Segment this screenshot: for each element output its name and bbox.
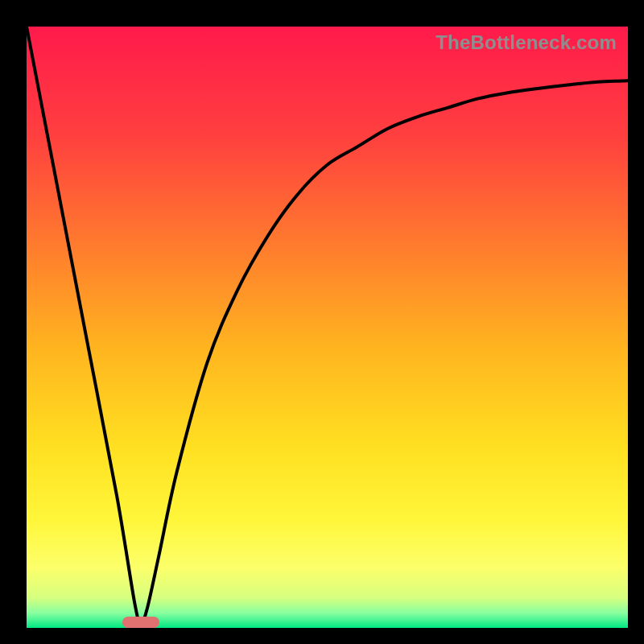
plot-area: TheBottleneck.com [27,27,628,628]
chart-frame: TheBottleneck.com [0,0,644,644]
optimal-marker [122,617,159,628]
bottleneck-curve [27,27,628,628]
